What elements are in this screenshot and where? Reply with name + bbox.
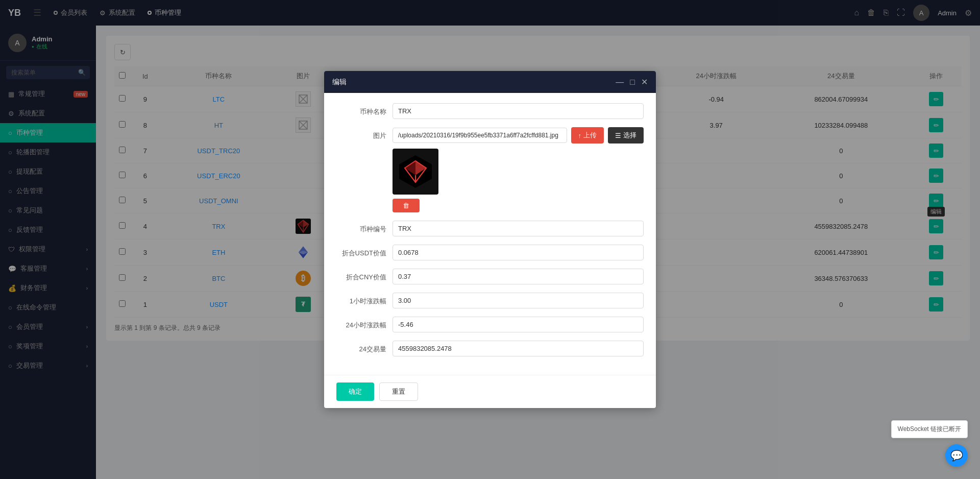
coin-code-field bbox=[393, 221, 644, 236]
ws-notification: WebSocket 链接已断开 bbox=[891, 420, 968, 438]
form-row-image: 图片 ↑ 上传 ☰ 选择 bbox=[336, 127, 644, 212]
select-button[interactable]: ☰ 选择 bbox=[608, 127, 644, 143]
confirm-button[interactable]: 确定 bbox=[336, 382, 374, 401]
modal-maximize-button[interactable]: □ bbox=[630, 77, 635, 87]
modal-header: 编辑 — □ ✕ bbox=[324, 71, 656, 93]
delete-image-button[interactable]: 🗑 bbox=[393, 199, 420, 212]
coin-name-label: 币种名称 bbox=[336, 103, 393, 116]
modal-title: 编辑 bbox=[332, 78, 347, 87]
form-row-usdt: 折合USDT价值 bbox=[336, 245, 644, 260]
form-row-coin-name: 币种名称 bbox=[336, 103, 644, 119]
modal-overlay[interactable]: 编辑 — □ ✕ 币种名称 图片 bbox=[0, 0, 980, 479]
h24-label: 24小时涨跌幅 bbox=[336, 317, 393, 330]
select-icon: ☰ bbox=[615, 132, 621, 139]
image-upload-row: ↑ 上传 ☰ 选择 bbox=[393, 127, 644, 143]
image-label: 图片 bbox=[336, 127, 393, 140]
image-path-input[interactable] bbox=[393, 128, 567, 143]
h1-label: 1小时涨跌幅 bbox=[336, 293, 393, 306]
h1-field bbox=[393, 293, 644, 308]
form-row-vol24: 24交易量 bbox=[336, 341, 644, 356]
vol24-input[interactable] bbox=[393, 341, 644, 356]
coin-code-label: 币种编号 bbox=[336, 221, 393, 234]
upload-label: 上传 bbox=[583, 131, 597, 140]
image-preview-box bbox=[393, 149, 438, 195]
trash-icon: 🗑 bbox=[403, 202, 409, 209]
modal-close-button[interactable]: ✕ bbox=[641, 77, 648, 87]
modal-header-buttons: — □ ✕ bbox=[616, 77, 648, 87]
chat-button[interactable]: 💬 bbox=[945, 444, 968, 467]
usdt-field bbox=[393, 245, 644, 260]
usdt-input[interactable] bbox=[393, 245, 644, 260]
select-label: 选择 bbox=[623, 131, 636, 140]
upload-icon: ↑ bbox=[578, 132, 582, 139]
upload-button[interactable]: ↑ 上传 bbox=[571, 127, 604, 143]
h1-input[interactable] bbox=[393, 293, 644, 308]
cny-field bbox=[393, 269, 644, 284]
image-preview: 🗑 bbox=[393, 149, 644, 212]
form-row-h1: 1小时涨跌幅 bbox=[336, 293, 644, 308]
h24-input[interactable] bbox=[393, 317, 644, 332]
form-row-cny: 折合CNY价值 bbox=[336, 269, 644, 284]
image-field: ↑ 上传 ☰ 选择 bbox=[393, 127, 644, 212]
coin-name-field bbox=[393, 103, 644, 119]
cny-input[interactable] bbox=[393, 269, 644, 284]
reset-button[interactable]: 重置 bbox=[379, 382, 418, 401]
vol24-field bbox=[393, 341, 644, 356]
modal-footer: 确定 重置 bbox=[324, 375, 656, 408]
cny-label: 折合CNY价值 bbox=[336, 269, 393, 282]
form-row-h24: 24小时涨跌幅 bbox=[336, 317, 644, 332]
edit-modal: 编辑 — □ ✕ 币种名称 图片 bbox=[324, 71, 656, 408]
modal-minimize-button[interactable]: — bbox=[616, 77, 624, 87]
trx-preview-icon bbox=[398, 154, 433, 189]
usdt-label: 折合USDT价值 bbox=[336, 245, 393, 258]
form-row-coin-code: 币种编号 bbox=[336, 221, 644, 236]
h24-field bbox=[393, 317, 644, 332]
coin-code-input[interactable] bbox=[393, 221, 644, 236]
modal-body: 币种名称 图片 ↑ 上传 ☰ bbox=[324, 93, 656, 375]
vol24-label: 24交易量 bbox=[336, 341, 393, 354]
coin-name-input[interactable] bbox=[393, 103, 644, 119]
